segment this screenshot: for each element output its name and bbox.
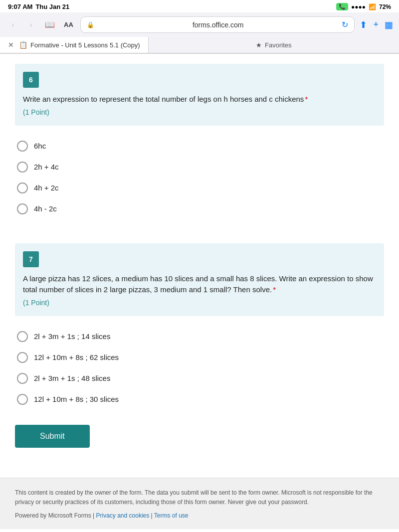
q7-option-2-label: 12l + 10m + 8s ; 62 slices [34, 353, 119, 361]
question-6-options: 6hc 2h + 4c 4h + 2c 4h - 2c [15, 136, 384, 219]
add-tab-button[interactable]: + [373, 19, 379, 30]
submit-section: Submit [15, 425, 384, 448]
nav-buttons: ‹ › [6, 18, 38, 32]
q6-radio-3[interactable] [17, 182, 28, 193]
q7-option-1-label: 2l + 3m + 1s ; 14 slices [34, 332, 110, 341]
date: Thu Jan 21 [35, 3, 69, 10]
question-6-card: 6 Write an expression to represent the t… [15, 64, 384, 126]
wifi-icon: 📶 [369, 3, 376, 10]
back-button[interactable]: ‹ [6, 18, 20, 32]
tab-close-button[interactable]: ✕ [8, 41, 14, 49]
tab-icon: 📋 [19, 41, 27, 49]
signal-icon: ●●●● [351, 3, 366, 10]
terms-link[interactable]: Terms of use [154, 512, 189, 519]
tab-bar: ✕ 📋 Formative - Unit 5 Lessons 5.1 (Copy… [0, 37, 399, 53]
q6-option-2[interactable]: 2h + 4c [15, 157, 384, 177]
required-marker: * [305, 95, 308, 103]
q6-option-1-label: 6hc [34, 142, 46, 150]
address-bar[interactable]: 🔒 forms.office.com ↻ [80, 16, 355, 33]
footer-links: Powered by Microsoft Forms | Privacy and… [15, 512, 384, 519]
question-7-text: A large pizza has 12 slices, a medium ha… [15, 273, 384, 316]
q7-radio-3[interactable] [17, 373, 28, 384]
reload-button[interactable]: ↻ [342, 20, 348, 29]
url-text: forms.office.com [97, 21, 339, 29]
footer: This content is created by the owner of … [0, 478, 399, 529]
submit-button[interactable]: Submit [15, 425, 90, 448]
powered-by: Powered by Microsoft Forms [15, 512, 91, 519]
share-button[interactable]: ⬆ [360, 19, 367, 30]
privacy-link[interactable]: Privacy and cookies [96, 512, 150, 519]
q7-radio-1[interactable] [17, 331, 28, 342]
q6-option-4-label: 4h - 2c [34, 204, 57, 213]
time: 9:07 AM [8, 3, 32, 10]
favorites-tab[interactable]: ★ Favorites [149, 37, 399, 53]
browser-chrome: ‹ › 📖 AA 🔒 forms.office.com ↻ ⬆ + ▦ ✕ 📋 … [0, 12, 399, 54]
required-marker-7: * [273, 285, 276, 294]
q7-option-3[interactable]: 2l + 3m + 1s ; 48 slices [15, 368, 384, 389]
browser-toolbar: ‹ › 📖 AA 🔒 forms.office.com ↻ ⬆ + ▦ [0, 12, 399, 37]
q6-radio-1[interactable] [17, 141, 28, 152]
star-icon: ★ [256, 41, 262, 49]
main-content: 6 Write an expression to represent the t… [0, 54, 399, 478]
status-bar: 9:07 AM Thu Jan 21 📞 ●●●● 📶 72% [0, 0, 399, 12]
favorites-label: Favorites [265, 41, 291, 49]
q7-option-2[interactable]: 12l + 10m + 8s ; 62 slices [15, 347, 384, 368]
question-7-options: 2l + 3m + 1s ; 14 slices 12l + 10m + 8s … [15, 326, 384, 410]
question-7-number: 7 [23, 251, 39, 267]
q7-radio-4[interactable] [17, 394, 28, 405]
battery: 72% [379, 3, 391, 10]
question-7-card: 7 A large pizza has 12 slices, a medium … [15, 243, 384, 316]
q7-option-1[interactable]: 2l + 3m + 1s ; 14 slices [15, 326, 384, 347]
q7-radio-2[interactable] [17, 352, 28, 363]
phone-icon: 📞 [336, 3, 348, 10]
reader-mode-button[interactable]: AA [62, 21, 75, 28]
q6-option-2-label: 2h + 4c [34, 163, 59, 171]
question-6-text: Write an expression to represent the tot… [15, 94, 384, 126]
q6-radio-2[interactable] [17, 162, 28, 173]
q6-option-3[interactable]: 4h + 2c [15, 177, 384, 198]
q7-option-4-label: 12l + 10m + 8s ; 30 slices [34, 395, 119, 403]
question-6-number: 6 [23, 72, 39, 88]
q7-option-4[interactable]: 12l + 10m + 8s ; 30 slices [15, 389, 384, 410]
lock-icon: 🔒 [87, 21, 94, 28]
q6-option-1[interactable]: 6hc [15, 136, 384, 157]
bookmarks-button[interactable]: 📖 [43, 18, 57, 32]
q7-option-3-label: 2l + 3m + 1s ; 48 slices [34, 374, 110, 382]
tab-title: Formative - Unit 5 Lessons 5.1 (Copy) [30, 41, 140, 49]
active-tab[interactable]: ✕ 📋 Formative - Unit 5 Lessons 5.1 (Copy… [0, 37, 149, 53]
forward-button[interactable]: › [24, 18, 38, 32]
toolbar-actions: ⬆ + ▦ [360, 19, 393, 30]
footer-notice: This content is created by the owner of … [15, 488, 384, 507]
q6-option-3-label: 4h + 2c [34, 183, 59, 192]
tabs-button[interactable]: ▦ [385, 19, 393, 30]
q6-radio-4[interactable] [17, 203, 28, 214]
question-7-points: (1 Point) [23, 298, 376, 308]
q6-option-4[interactable]: 4h - 2c [15, 198, 384, 219]
question-6-points: (1 Point) [23, 107, 376, 118]
